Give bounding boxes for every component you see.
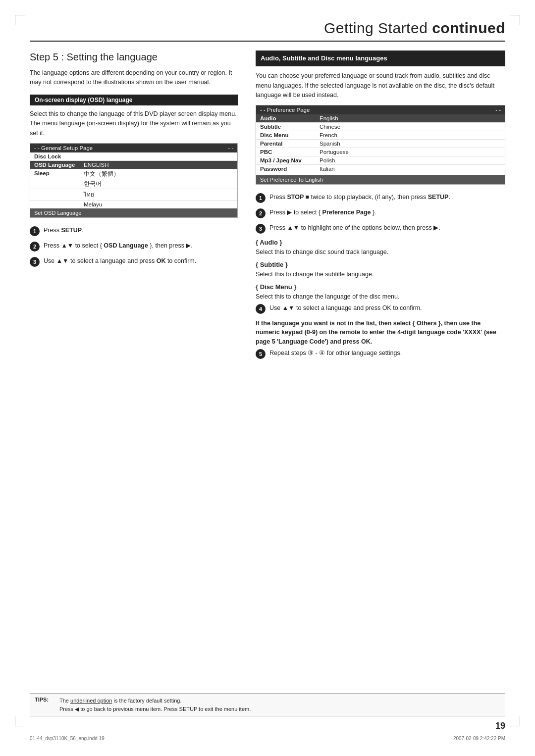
subtitle-desc: Select this to change the subtitle langu… bbox=[256, 270, 505, 279]
disc-menu-heading: { Disc Menu } bbox=[256, 283, 505, 291]
audio-desc: Select this to change disc sound track l… bbox=[256, 248, 505, 257]
corner-tr bbox=[510, 15, 520, 25]
step5-item: 5 Repeat steps ③ - ④ for other language … bbox=[256, 349, 505, 359]
right-step-item: 1Press STOP ■ twice to stop playback, (i… bbox=[256, 193, 505, 203]
setup-box-row: Sleep中文（繁體） bbox=[30, 169, 237, 179]
footer-info: 01-44_dvp3110K_56_eng.indd 19 2007-02-09… bbox=[30, 736, 505, 741]
setup-box-footer: Set OSD Language bbox=[30, 208, 237, 217]
pref-box-row: AudioEnglish bbox=[256, 114, 505, 123]
audio-heading: { Audio } bbox=[256, 239, 505, 246]
step4-text: Use ▲▼ to select a language and press OK… bbox=[269, 303, 505, 313]
general-setup-box: - - General Setup Page - - Disc LockOSD … bbox=[30, 143, 238, 218]
section-title: Step 5 : Setting the language bbox=[30, 50, 238, 63]
pref-box-row: PBCPortuguese bbox=[256, 148, 505, 156]
disc-menu-desc: Select this to change the language of th… bbox=[256, 292, 505, 302]
tips-bar: TIPS: The underlined option is the facto… bbox=[30, 693, 505, 716]
bold-note: If the language you want is not in the l… bbox=[256, 319, 505, 347]
corner-tl bbox=[15, 15, 25, 25]
setup-box-row: Disc Lock bbox=[30, 152, 237, 161]
osd-desc: Select this to change the language of th… bbox=[30, 109, 238, 138]
page-title: Getting Started continued bbox=[30, 20, 505, 37]
pref-box-row: SubtitleChinese bbox=[256, 123, 505, 131]
left-intro-text: The language options are different depen… bbox=[30, 68, 238, 88]
pref-box-header: - - Preference Page - - bbox=[256, 105, 505, 114]
two-col-layout: Step 5 : Setting the language The langua… bbox=[30, 50, 505, 364]
setup-box-row: ไทย bbox=[30, 189, 237, 201]
tips-line2: Press ◀ to go back to previous menu item… bbox=[59, 705, 251, 713]
pref-box-footer: Set Preference To English bbox=[256, 175, 505, 184]
right-step-item: 2Press ▶ to select { Preference Page }. bbox=[256, 208, 505, 218]
left-step-item: 3Use ▲▼ to select a language and press O… bbox=[30, 256, 238, 267]
step5-text: Repeat steps ③ - ④ for other language se… bbox=[269, 349, 505, 358]
page-number: 19 bbox=[495, 721, 505, 731]
preference-box: - - Preference Page - - AudioEnglishSubt… bbox=[256, 105, 505, 185]
left-step-item: 1Press SETUP. bbox=[30, 226, 238, 236]
setup-box-row: 한국어 bbox=[30, 179, 237, 189]
page-container: Getting Started continued Step 5 : Setti… bbox=[0, 0, 535, 756]
step4-num: 4 bbox=[256, 304, 266, 314]
right-intro: You can choose your preferred language o… bbox=[256, 71, 505, 100]
step5-num: 5 bbox=[256, 349, 266, 359]
tips-label: TIPS: bbox=[35, 697, 54, 703]
pref-box-row: Disc MenuFrench bbox=[256, 131, 505, 140]
tips-line1: The underlined option is the factory def… bbox=[59, 697, 251, 705]
osd-label-bar: On-screen display (OSD) language bbox=[30, 95, 238, 105]
pref-box-row: PasswordItalian▼ bbox=[256, 165, 505, 175]
setup-box-rows: Disc LockOSD LanguageENGLISHSleep中文（繁體）한… bbox=[30, 152, 237, 208]
right-steps-list: 1Press STOP ■ twice to stop playback, (i… bbox=[256, 193, 505, 234]
corner-br bbox=[510, 716, 520, 726]
left-steps: 1Press SETUP.2Press ▲▼ to select { OSD L… bbox=[30, 226, 238, 267]
right-step-item: 3Press ▲▼ to highlight one of the option… bbox=[256, 223, 505, 234]
left-step-item: 2Press ▲▼ to select { OSD Language }, th… bbox=[30, 241, 238, 252]
tips-content: The underlined option is the factory def… bbox=[59, 697, 251, 713]
step4-item: 4 Use ▲▼ to select a language and press … bbox=[256, 303, 505, 314]
setup-box-row: Melayu bbox=[30, 201, 237, 208]
setup-box-row: OSD LanguageENGLISH bbox=[30, 161, 237, 169]
right-col-header: Audio, Subtitle and Disc menu languages bbox=[256, 50, 505, 66]
footer-right: 2007-02-09 2:42:22 PM bbox=[453, 736, 505, 741]
footer-left: 01-44_dvp3110K_56_eng.indd 19 bbox=[30, 736, 105, 741]
pref-box-row: Mp3 / Jpeg NavPolish bbox=[256, 156, 505, 165]
subtitle-heading: { Subtitle } bbox=[256, 261, 505, 268]
setup-box-header: - - General Setup Page - - bbox=[30, 144, 237, 152]
corner-bl bbox=[15, 716, 25, 726]
pref-box-rows: AudioEnglishSubtitleChineseDisc MenuFren… bbox=[256, 114, 505, 175]
left-column: Step 5 : Setting the language The langua… bbox=[30, 50, 238, 364]
page-header: Getting Started continued bbox=[30, 20, 505, 42]
pref-box-row: ParentalSpanish bbox=[256, 140, 505, 148]
right-column: Audio, Subtitle and Disc menu languages … bbox=[256, 50, 505, 364]
